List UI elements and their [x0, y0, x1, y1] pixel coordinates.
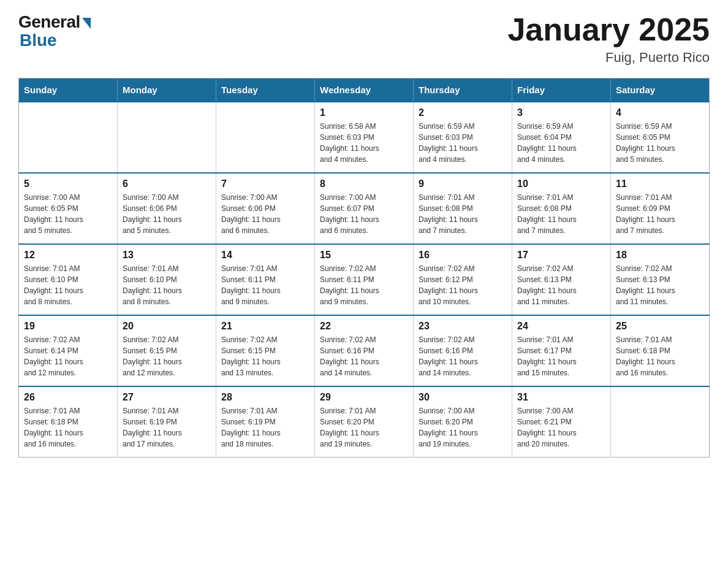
- page-subtitle: Fuig, Puerto Rico: [507, 50, 710, 66]
- calendar-week-row: 26Sunrise: 7:01 AM Sunset: 6:18 PM Dayli…: [19, 386, 710, 458]
- page-header: General Blue January 2025 Fuig, Puerto R…: [18, 12, 710, 66]
- calendar-cell: 31Sunrise: 7:00 AM Sunset: 6:21 PM Dayli…: [512, 386, 611, 458]
- day-info: Sunrise: 6:59 AM Sunset: 6:04 PM Dayligh…: [517, 121, 605, 165]
- day-number: 9: [419, 178, 507, 190]
- calendar-cell: 19Sunrise: 7:02 AM Sunset: 6:14 PM Dayli…: [19, 315, 118, 386]
- calendar-cell: 26Sunrise: 7:01 AM Sunset: 6:18 PM Dayli…: [19, 386, 118, 458]
- logo-blue-text: Blue: [20, 31, 57, 50]
- day-number: 17: [517, 250, 605, 261]
- calendar-week-row: 12Sunrise: 7:01 AM Sunset: 6:10 PM Dayli…: [19, 244, 710, 315]
- column-header-monday: Monday: [118, 79, 216, 102]
- day-number: 4: [616, 107, 704, 118]
- day-number: 16: [419, 250, 507, 261]
- calendar-cell: 4Sunrise: 6:59 AM Sunset: 6:05 PM Daylig…: [611, 102, 710, 173]
- day-info: Sunrise: 7:01 AM Sunset: 6:09 PM Dayligh…: [616, 192, 704, 236]
- calendar-cell: 16Sunrise: 7:02 AM Sunset: 6:12 PM Dayli…: [414, 244, 512, 315]
- day-number: 7: [221, 178, 309, 190]
- calendar-cell: 15Sunrise: 7:02 AM Sunset: 6:11 PM Dayli…: [315, 244, 414, 315]
- calendar-header-row: SundayMondayTuesdayWednesdayThursdayFrid…: [19, 79, 710, 102]
- calendar-cell: 7Sunrise: 7:00 AM Sunset: 6:06 PM Daylig…: [216, 173, 315, 244]
- calendar-cell: 20Sunrise: 7:02 AM Sunset: 6:15 PM Dayli…: [118, 315, 216, 386]
- day-number: 10: [517, 178, 605, 190]
- day-info: Sunrise: 7:01 AM Sunset: 6:08 PM Dayligh…: [419, 192, 507, 236]
- calendar-cell: 3Sunrise: 6:59 AM Sunset: 6:04 PM Daylig…: [512, 102, 611, 173]
- logo-arrow-icon: [82, 18, 91, 29]
- day-info: Sunrise: 7:02 AM Sunset: 6:14 PM Dayligh…: [24, 334, 112, 378]
- logo-general-text: General: [18, 12, 80, 32]
- day-number: 11: [616, 178, 704, 190]
- day-info: Sunrise: 7:02 AM Sunset: 6:15 PM Dayligh…: [123, 334, 211, 378]
- calendar-week-row: 19Sunrise: 7:02 AM Sunset: 6:14 PM Dayli…: [19, 315, 710, 386]
- calendar-cell: [19, 102, 118, 173]
- day-number: 14: [221, 250, 309, 261]
- calendar-cell: 28Sunrise: 7:01 AM Sunset: 6:19 PM Dayli…: [216, 386, 315, 458]
- calendar-cell: [611, 386, 710, 458]
- day-info: Sunrise: 7:00 AM Sunset: 6:05 PM Dayligh…: [24, 192, 112, 236]
- day-number: 15: [320, 250, 408, 261]
- day-number: 18: [616, 250, 704, 261]
- calendar-cell: [216, 102, 315, 173]
- calendar-cell: 10Sunrise: 7:01 AM Sunset: 6:08 PM Dayli…: [512, 173, 611, 244]
- day-number: 5: [24, 178, 112, 190]
- day-info: Sunrise: 7:00 AM Sunset: 6:06 PM Dayligh…: [123, 192, 211, 236]
- day-number: 19: [24, 321, 112, 332]
- day-info: Sunrise: 7:00 AM Sunset: 6:07 PM Dayligh…: [320, 192, 408, 236]
- column-header-friday: Friday: [512, 79, 611, 102]
- day-info: Sunrise: 7:02 AM Sunset: 6:15 PM Dayligh…: [221, 334, 309, 378]
- day-info: Sunrise: 7:02 AM Sunset: 6:16 PM Dayligh…: [320, 334, 408, 378]
- day-info: Sunrise: 7:01 AM Sunset: 6:19 PM Dayligh…: [221, 405, 309, 450]
- day-number: 23: [419, 321, 507, 332]
- calendar-cell: 23Sunrise: 7:02 AM Sunset: 6:16 PM Dayli…: [414, 315, 512, 386]
- calendar-cell: 30Sunrise: 7:00 AM Sunset: 6:20 PM Dayli…: [414, 386, 512, 458]
- day-info: Sunrise: 7:01 AM Sunset: 6:10 PM Dayligh…: [24, 263, 112, 307]
- day-number: 22: [320, 321, 408, 332]
- day-info: Sunrise: 7:00 AM Sunset: 6:20 PM Dayligh…: [419, 405, 507, 450]
- day-number: 27: [123, 392, 211, 403]
- calendar-cell: 25Sunrise: 7:01 AM Sunset: 6:18 PM Dayli…: [611, 315, 710, 386]
- day-number: 13: [123, 250, 211, 261]
- day-number: 30: [419, 392, 507, 403]
- day-info: Sunrise: 7:01 AM Sunset: 6:20 PM Dayligh…: [320, 405, 408, 450]
- day-info: Sunrise: 7:02 AM Sunset: 6:13 PM Dayligh…: [517, 263, 605, 307]
- column-header-sunday: Sunday: [19, 79, 118, 102]
- logo: General Blue: [18, 12, 91, 50]
- calendar-cell: 27Sunrise: 7:01 AM Sunset: 6:19 PM Dayli…: [118, 386, 216, 458]
- day-number: 25: [616, 321, 704, 332]
- day-info: Sunrise: 7:01 AM Sunset: 6:10 PM Dayligh…: [123, 263, 211, 307]
- calendar-cell: 14Sunrise: 7:01 AM Sunset: 6:11 PM Dayli…: [216, 244, 315, 315]
- day-number: 8: [320, 178, 408, 190]
- page-title: January 2025: [507, 12, 710, 47]
- day-info: Sunrise: 7:02 AM Sunset: 6:13 PM Dayligh…: [616, 263, 704, 307]
- day-number: 3: [517, 107, 605, 118]
- day-number: 21: [221, 321, 309, 332]
- day-number: 28: [221, 392, 309, 403]
- day-info: Sunrise: 7:01 AM Sunset: 6:08 PM Dayligh…: [517, 192, 605, 236]
- calendar-cell: 13Sunrise: 7:01 AM Sunset: 6:10 PM Dayli…: [118, 244, 216, 315]
- day-info: Sunrise: 7:01 AM Sunset: 6:18 PM Dayligh…: [24, 405, 112, 450]
- calendar-cell: 6Sunrise: 7:00 AM Sunset: 6:06 PM Daylig…: [118, 173, 216, 244]
- calendar-week-row: 5Sunrise: 7:00 AM Sunset: 6:05 PM Daylig…: [19, 173, 710, 244]
- calendar-cell: 22Sunrise: 7:02 AM Sunset: 6:16 PM Dayli…: [315, 315, 414, 386]
- calendar-cell: 9Sunrise: 7:01 AM Sunset: 6:08 PM Daylig…: [414, 173, 512, 244]
- day-number: 29: [320, 392, 408, 403]
- day-info: Sunrise: 7:02 AM Sunset: 6:12 PM Dayligh…: [419, 263, 507, 307]
- day-info: Sunrise: 7:01 AM Sunset: 6:18 PM Dayligh…: [616, 334, 704, 378]
- day-info: Sunrise: 7:02 AM Sunset: 6:16 PM Dayligh…: [419, 334, 507, 378]
- day-number: 26: [24, 392, 112, 403]
- day-number: 2: [419, 107, 507, 118]
- calendar-cell: 18Sunrise: 7:02 AM Sunset: 6:13 PM Dayli…: [611, 244, 710, 315]
- day-info: Sunrise: 7:02 AM Sunset: 6:11 PM Dayligh…: [320, 263, 408, 307]
- day-info: Sunrise: 6:59 AM Sunset: 6:03 PM Dayligh…: [419, 121, 507, 165]
- day-info: Sunrise: 6:58 AM Sunset: 6:03 PM Dayligh…: [320, 121, 408, 165]
- column-header-tuesday: Tuesday: [216, 79, 315, 102]
- day-info: Sunrise: 7:01 AM Sunset: 6:11 PM Dayligh…: [221, 263, 309, 307]
- column-header-saturday: Saturday: [611, 79, 710, 102]
- day-number: 12: [24, 250, 112, 261]
- calendar-cell: 1Sunrise: 6:58 AM Sunset: 6:03 PM Daylig…: [315, 102, 414, 173]
- calendar-cell: 8Sunrise: 7:00 AM Sunset: 6:07 PM Daylig…: [315, 173, 414, 244]
- day-number: 6: [123, 178, 211, 190]
- calendar-cell: 12Sunrise: 7:01 AM Sunset: 6:10 PM Dayli…: [19, 244, 118, 315]
- day-info: Sunrise: 7:01 AM Sunset: 6:17 PM Dayligh…: [517, 334, 605, 378]
- calendar-cell: 24Sunrise: 7:01 AM Sunset: 6:17 PM Dayli…: [512, 315, 611, 386]
- calendar-cell: 2Sunrise: 6:59 AM Sunset: 6:03 PM Daylig…: [414, 102, 512, 173]
